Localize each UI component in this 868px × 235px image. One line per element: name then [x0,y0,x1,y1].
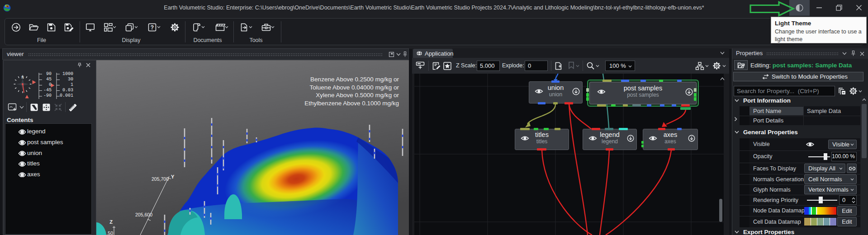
svg-text:205,700: 205,700 [152,176,169,182]
svg-text:N: N [21,75,24,80]
svg-text:Toluene Above 0.04000 mg/kg or: Toluene Above 0.04000 mg/kg or [310,84,399,91]
svg-text:Y: Y [171,174,175,179]
svg-text:Z: Z [109,219,113,225]
svg-text:?: ? [151,24,154,31]
svg-text:Xylene Above 0.5000 mg/kg or: Xylene Above 0.5000 mg/kg or [316,92,399,99]
svg-text:Ethylbenzene Above 0.1000 mg/k: Ethylbenzene Above 0.1000 mg/kg [304,100,399,107]
svg-text:Benzene Above 0.2500 mg/kg or: Benzene Above 0.2500 mg/kg or [310,76,399,83]
svg-text:205,600: 205,600 [135,212,152,217]
